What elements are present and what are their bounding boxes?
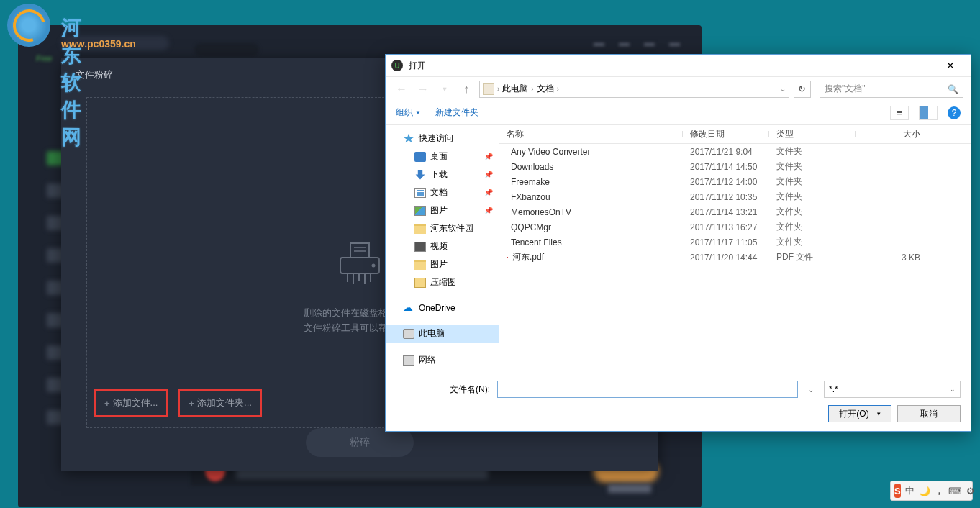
add-file-button[interactable]: + 添加文件... <box>94 389 168 417</box>
watermark-url: www.pc0359.cn <box>61 38 136 50</box>
dialog-toolbar: 组织 ▼ 新建文件夹 ? <box>386 101 971 125</box>
tree-network[interactable]: 网络 <box>386 351 499 369</box>
tree-documents[interactable]: 文档📌 <box>386 183 499 201</box>
tree-videos[interactable]: 视频 <box>386 237 499 255</box>
ime-mode: 中 <box>905 484 915 497</box>
file-date: 2017/11/14 13:21 <box>683 207 769 217</box>
file-date: 2017/11/20 14:44 <box>683 253 769 263</box>
list-header: 名称 修改日期 类型 大小 <box>499 125 971 144</box>
file-name: 河东.pdf <box>512 251 544 263</box>
dialog-titlebar: 打开 ✕ <box>386 55 971 76</box>
col-size[interactable]: 大小 <box>856 128 927 140</box>
plus-icon: + <box>104 398 110 409</box>
file-list[interactable]: 名称 修改日期 类型 大小 Any Video Converter2017/11… <box>499 125 971 372</box>
file-type: 文件夹 <box>769 176 856 188</box>
caret-down-icon: ▾ <box>874 410 881 417</box>
col-date[interactable]: 修改日期 <box>683 128 769 140</box>
search-input[interactable]: 搜索"文档" 🔍 <box>820 81 963 98</box>
ime-comma-icon: ， <box>935 484 944 497</box>
list-item[interactable]: Any Video Converter2017/11/21 9:04文件夹 <box>499 144 971 159</box>
file-filter-dropdown[interactable]: *.* ⌄ <box>824 381 961 398</box>
filename-label: 文件名(N): <box>450 384 490 396</box>
add-folder-button[interactable]: + 添加文件夹... <box>178 389 261 417</box>
organize-menu[interactable]: 组织 ▼ <box>396 106 421 119</box>
network-icon <box>403 355 414 366</box>
breadcrumb-root[interactable]: 此电脑 <box>502 83 528 95</box>
file-type: 文件夹 <box>769 221 856 233</box>
shred-action-button[interactable]: 粉碎 <box>306 428 414 457</box>
caret-down-icon: ▼ <box>415 109 421 116</box>
download-icon <box>414 170 426 180</box>
folder-icon <box>414 260 426 270</box>
file-type: 文件夹 <box>769 160 856 173</box>
col-type[interactable]: 类型 <box>769 128 856 140</box>
tree-this-pc[interactable]: 此电脑 <box>386 325 499 343</box>
shredder-icon <box>335 242 385 285</box>
file-date: 2017/11/21 9:04 <box>683 147 769 157</box>
plus-icon: + <box>189 398 194 409</box>
list-item[interactable]: QQPCMgr2017/11/13 16:27文件夹 <box>499 219 971 235</box>
folder-tree[interactable]: 快速访问 桌面📌 下载📌 文档📌 图片📌 河东软件园 视频 图片 压缩图 One… <box>386 125 499 372</box>
list-item[interactable]: Tencent Files2017/11/17 11:05文件夹 <box>499 235 971 250</box>
file-date: 2017/11/12 14:00 <box>683 177 769 187</box>
file-type: PDF 文件 <box>769 251 856 263</box>
list-item[interactable]: Freemake2017/11/12 14:00文件夹 <box>499 174 971 189</box>
chevron-right-icon: › <box>497 85 499 93</box>
document-icon <box>414 188 426 198</box>
cancel-button[interactable]: 取消 <box>897 405 961 422</box>
list-item[interactable]: FXbanzou2017/11/12 10:35文件夹 <box>499 189 971 204</box>
help-button[interactable]: ? <box>948 106 961 119</box>
nav-back-button[interactable]: ← <box>393 81 410 98</box>
file-name: Any Video Converter <box>511 147 591 157</box>
tree-onedrive[interactable]: OneDrive <box>386 300 499 316</box>
folder-icon <box>414 224 426 234</box>
nav-up-button[interactable]: ↑ <box>458 81 475 98</box>
filename-input[interactable] <box>497 381 798 398</box>
file-date: 2017/11/13 16:27 <box>683 222 769 232</box>
star-icon <box>403 134 414 144</box>
tree-quick-access[interactable]: 快速访问 <box>386 130 499 148</box>
dialog-title: 打开 <box>409 60 936 72</box>
sogou-icon: S <box>894 484 901 498</box>
view-mode-button[interactable] <box>890 106 909 120</box>
file-date: 2017/11/14 14:50 <box>683 162 769 172</box>
watermark-logo-icon <box>7 4 50 47</box>
file-name: Downloads <box>511 162 553 172</box>
ime-settings-icon: ⚙ <box>966 486 975 496</box>
video-icon <box>414 242 426 252</box>
ime-indicator[interactable]: S 中 🌙 ， ⌨ ⚙ <box>890 481 973 501</box>
tree-hedong[interactable]: 河东软件园 <box>386 219 499 237</box>
tree-desktop[interactable]: 桌面📌 <box>386 148 499 165</box>
pin-icon: 📌 <box>484 171 493 178</box>
tree-pictures2[interactable]: 图片 <box>386 255 499 273</box>
breadcrumb-bar[interactable]: › 此电脑 › 文档 › ⌄ <box>479 81 789 98</box>
filename-dropdown-icon[interactable]: ⌄ <box>805 386 817 394</box>
file-date: 2017/11/12 10:35 <box>683 192 769 202</box>
pin-icon: 📌 <box>484 207 493 214</box>
file-type: 文件夹 <box>769 206 856 218</box>
tree-pictures[interactable]: 图片📌 <box>386 201 499 219</box>
list-item[interactable]: Downloads2017/11/14 14:50文件夹 <box>499 159 971 174</box>
app-icon <box>391 60 403 71</box>
file-name: Tencent Files <box>511 237 562 248</box>
file-name: MemoriesOnTV <box>511 207 571 217</box>
list-item[interactable]: MemoriesOnTV2017/11/14 13:21文件夹 <box>499 204 971 219</box>
new-folder-button[interactable]: 新建文件夹 <box>435 106 478 119</box>
preview-pane-button[interactable] <box>919 106 938 120</box>
file-size: 3 KB <box>856 253 927 263</box>
open-button[interactable]: 打开(O) ▾ <box>828 405 891 422</box>
desktop-icon <box>414 152 426 162</box>
tree-downloads[interactable]: 下载📌 <box>386 165 499 183</box>
col-name[interactable]: 名称 <box>499 128 683 140</box>
site-watermark: 河东软件网 www.pc0359.cn <box>7 4 50 47</box>
tree-compressed[interactable]: 压缩图 <box>386 273 499 291</box>
breadcrumb-current[interactable]: 文档 <box>537 83 554 95</box>
close-button[interactable]: ✕ <box>936 55 965 76</box>
nav-forward-button[interactable]: → <box>414 81 432 98</box>
nav-history-dropdown[interactable]: ▼ <box>436 81 453 98</box>
refresh-button[interactable]: ↻ <box>794 81 811 98</box>
file-open-dialog: 打开 ✕ ← → ▼ ↑ › 此电脑 › 文档 › ⌄ ↻ 搜索"文档" 🔍 组… <box>385 54 971 432</box>
breadcrumb-dropdown-icon[interactable]: ⌄ <box>780 85 786 93</box>
list-item[interactable]: 河东.pdf2017/11/20 14:44PDF 文件3 KB <box>499 250 971 265</box>
dialog-footer: 文件名(N): ⌄ *.* ⌄ 打开(O) ▾ 取消 <box>386 372 971 431</box>
